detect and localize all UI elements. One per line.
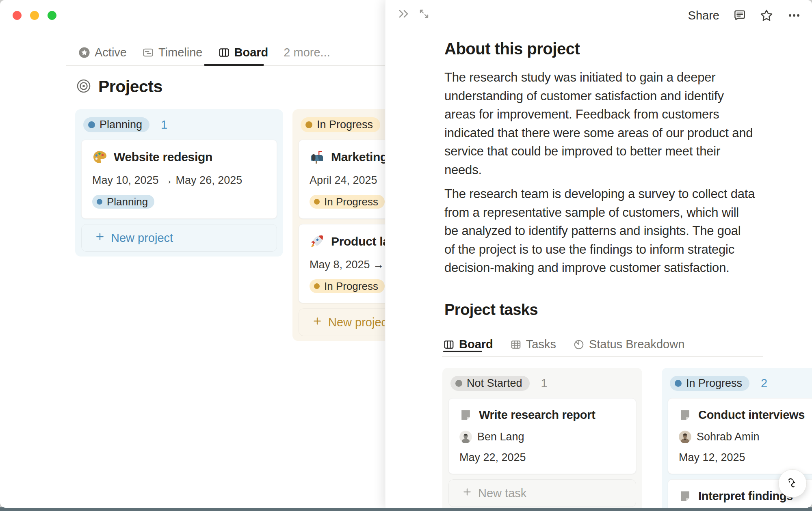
tag-label: In Progress bbox=[324, 196, 378, 208]
card-title: Conduct interviews bbox=[698, 408, 805, 422]
palette-emoji bbox=[92, 150, 107, 164]
close-side-peek-button[interactable] bbox=[397, 7, 411, 20]
board-icon bbox=[443, 339, 455, 350]
rocket-emoji bbox=[310, 234, 324, 249]
peek-toolbar-left bbox=[397, 7, 430, 20]
column-header: Planning 1 bbox=[83, 117, 277, 132]
comments-icon[interactable] bbox=[732, 9, 746, 22]
page-icon bbox=[459, 409, 472, 421]
active-tab-underline bbox=[443, 351, 482, 352]
card-date: May 22, 2025 bbox=[459, 451, 625, 464]
new-task-label: New task bbox=[478, 487, 526, 500]
board-column-planning: Planning 1 Website redesign May 10, 2025… bbox=[75, 109, 283, 257]
column-count: 1 bbox=[161, 118, 167, 132]
tab-tasks[interactable]: Tasks bbox=[510, 338, 556, 351]
window-controls bbox=[13, 11, 56, 20]
tab-status-breakdown[interactable]: Status Breakdown bbox=[573, 338, 684, 351]
status-label: Planning bbox=[100, 119, 142, 131]
plus-icon bbox=[462, 487, 472, 500]
status-pill-in-progress[interactable]: In Progress bbox=[301, 117, 380, 132]
tab-active-view[interactable]: Active bbox=[78, 46, 127, 59]
plus-icon bbox=[312, 316, 323, 329]
desktop-edge bbox=[0, 507, 812, 511]
new-project-label: New project bbox=[328, 316, 390, 329]
tab-board[interactable]: Board bbox=[443, 338, 493, 351]
mailbox-emoji bbox=[310, 150, 324, 164]
tab-label: Active bbox=[95, 46, 127, 59]
table-icon bbox=[510, 339, 522, 350]
page-title: Projects bbox=[98, 77, 162, 96]
column-count: 2 bbox=[761, 377, 767, 390]
status-dot bbox=[314, 199, 320, 205]
tab-timeline-view[interactable]: Timeline bbox=[142, 46, 203, 59]
card-title: Website redesign bbox=[114, 150, 212, 164]
status-dot bbox=[97, 199, 102, 205]
status-dot bbox=[675, 380, 682, 387]
expand-page-button[interactable] bbox=[418, 8, 430, 20]
minimize-window-button[interactable] bbox=[30, 11, 39, 20]
status-dot bbox=[88, 121, 95, 128]
board-icon bbox=[218, 47, 230, 58]
tab-more-views[interactable]: 2 more... bbox=[284, 46, 330, 59]
assignee-row: Sohrab Amin bbox=[679, 431, 812, 443]
status-label: Not Started bbox=[467, 377, 522, 390]
card-status-tag: Planning bbox=[92, 195, 154, 209]
close-window-button[interactable] bbox=[13, 11, 22, 20]
assignee-name: Ben Lang bbox=[477, 431, 524, 443]
column-count: 1 bbox=[541, 377, 548, 390]
card-status-tag: In Progress bbox=[310, 195, 385, 209]
tab-board-view[interactable]: Board bbox=[218, 46, 269, 59]
project-card-website-redesign[interactable]: Website redesign May 10, 2025 → May 26, … bbox=[81, 140, 277, 219]
new-task-button[interactable]: New task bbox=[448, 479, 636, 507]
page-icon bbox=[679, 409, 691, 421]
active-tab-underline bbox=[204, 64, 264, 66]
status-dot bbox=[455, 380, 462, 387]
timeline-icon bbox=[142, 47, 154, 58]
page-icon bbox=[679, 490, 691, 502]
avatar-sohrab-amin bbox=[679, 431, 691, 443]
card-date-range: May 10, 2025 → May 26, 2025 bbox=[92, 174, 266, 187]
card-title: Interpret findings bbox=[698, 489, 793, 503]
target-icon bbox=[76, 79, 91, 95]
zoom-window-button[interactable] bbox=[48, 11, 56, 20]
share-button[interactable]: Share bbox=[688, 9, 719, 22]
status-dot bbox=[314, 283, 320, 289]
side-peek-panel: Share About this project The research st… bbox=[385, 0, 812, 508]
favorite-star-icon[interactable] bbox=[759, 8, 774, 23]
notion-ai-button[interactable] bbox=[778, 469, 807, 498]
column-header: In Progress 2 bbox=[670, 376, 812, 391]
screen: Active Timeline Board 2 more... bbox=[0, 0, 812, 511]
status-pill-in-progress[interactable]: In Progress bbox=[670, 376, 749, 391]
avatar-ben-lang bbox=[459, 431, 472, 443]
pie-chart-icon bbox=[573, 339, 585, 350]
new-project-label: New project bbox=[111, 231, 173, 245]
star-circle-icon bbox=[78, 47, 90, 58]
more-options-icon[interactable] bbox=[787, 8, 801, 23]
tab-label: Board bbox=[459, 338, 493, 351]
card-title: Write research report bbox=[479, 408, 595, 422]
task-card-write-research-report[interactable]: Write research report Ben Lang May 22, 2… bbox=[448, 398, 636, 474]
tasks-column-not-started: Not Started 1 Write research report bbox=[442, 368, 642, 508]
card-status-tag: In Progress bbox=[310, 279, 385, 293]
page-header: Projects bbox=[76, 77, 162, 96]
status-pill-planning[interactable]: Planning bbox=[83, 117, 149, 132]
tag-label: In Progress bbox=[324, 280, 378, 293]
card-date: May 12, 2025 bbox=[679, 451, 812, 464]
column-header: Not Started 1 bbox=[450, 376, 636, 391]
view-tabs: Active Timeline Board 2 more... bbox=[78, 42, 330, 63]
notion-window: Active Timeline Board 2 more... bbox=[0, 0, 812, 508]
doc-paragraph-2: The research team is developing a survey… bbox=[444, 185, 782, 277]
status-pill-not-started[interactable]: Not Started bbox=[450, 376, 530, 391]
status-dot bbox=[305, 121, 312, 128]
task-card-conduct-interviews[interactable]: Conduct interviews Sohrab Amin May 12, 2… bbox=[668, 398, 812, 474]
doc-heading-project-tasks: Project tasks bbox=[444, 301, 538, 319]
new-project-button[interactable]: New project bbox=[81, 224, 277, 252]
status-label: In Progress bbox=[317, 119, 373, 131]
tab-label: 2 more... bbox=[284, 46, 330, 59]
ai-face-icon bbox=[784, 474, 801, 492]
tab-label: Status Breakdown bbox=[589, 338, 684, 351]
peek-toolbar-right: Share bbox=[688, 6, 801, 25]
tag-label: Planning bbox=[107, 196, 148, 208]
tasks-view-tabs: Board Tasks Status Breakdown bbox=[443, 338, 684, 351]
status-label: In Progress bbox=[686, 377, 742, 390]
